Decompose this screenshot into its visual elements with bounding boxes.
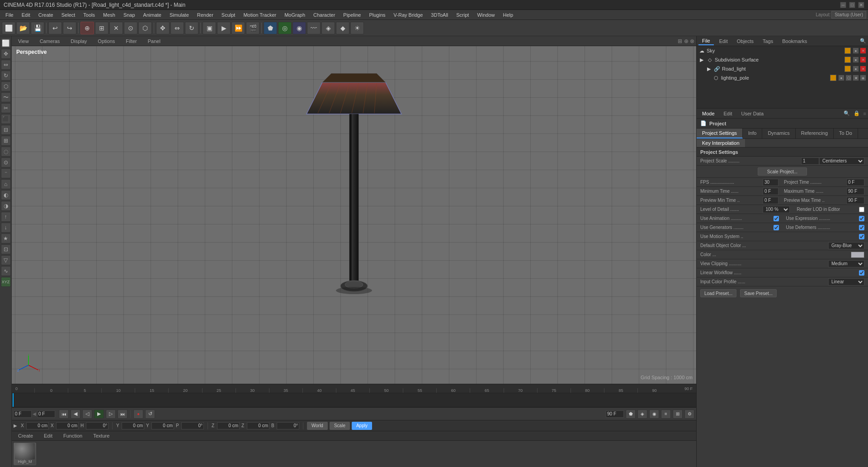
menu-3dtoall[interactable]: 3DToAll <box>427 11 452 19</box>
btn-play-back[interactable]: ◁ <box>82 410 92 419</box>
coord-x-input[interactable] <box>26 422 49 429</box>
obj-row-lightpole[interactable]: ⬡ lighting_pole ● ⬡ ★ ◈ <box>697 73 868 82</box>
layout-selector[interactable]: Startup (User) <box>831 11 866 19</box>
lightpole-vis-btn[interactable]: ● <box>838 75 844 81</box>
lt-scale[interactable]: ⇔ <box>1 60 11 70</box>
fps-input[interactable] <box>763 179 778 186</box>
toolbar-open[interactable]: 📂 <box>16 22 30 34</box>
lightpole-tag2-btn[interactable]: ★ <box>853 75 859 81</box>
props-lock-icon[interactable]: 🔒 <box>854 110 860 116</box>
btn-loop[interactable]: ↺ <box>145 410 155 419</box>
om-search-icon[interactable]: 🔍 <box>860 38 866 44</box>
btn-timeline-expand[interactable]: ⊞ <box>673 410 683 419</box>
sky-del-btn[interactable]: ✕ <box>860 48 866 54</box>
coord-z2-input[interactable] <box>247 422 269 429</box>
linear-workflow-checkbox[interactable] <box>859 270 864 276</box>
lt-weld[interactable]: ⊙ <box>1 157 11 167</box>
toolbar-edge-mode[interactable]: ⊙ <box>124 22 137 34</box>
subdiv-del-btn[interactable]: ✕ <box>860 57 866 63</box>
lt-extrude[interactable]: ⬛ <box>1 114 11 124</box>
toolbar-rotate[interactable]: ↻ <box>185 22 198 34</box>
menu-mograph[interactable]: MoGraph <box>281 11 309 19</box>
btn-play[interactable]: ▶ <box>94 410 104 419</box>
sub-tab-key-interp[interactable]: Key Interpolation <box>697 139 745 147</box>
btn-timeline-view[interactable]: ◉ <box>649 410 659 419</box>
lt-magnet[interactable]: ⁻ <box>1 168 11 178</box>
proj-tab-info[interactable]: Info <box>743 129 762 138</box>
lt-rotate[interactable]: ↻ <box>1 71 11 81</box>
obj-row-subdiv[interactable]: ▶ ◇ Subdivision Surface ● ✕ <box>697 55 868 64</box>
menu-animate[interactable]: Animate <box>140 11 165 19</box>
btn-fwd-end[interactable]: ⏭ <box>118 410 127 419</box>
lt-spline[interactable]: 〜 <box>1 92 11 102</box>
btn-step-fwd[interactable]: ▷ <box>106 410 116 419</box>
lt-paint[interactable]: ◐ <box>1 190 11 200</box>
toolbar-undo[interactable]: ↩ <box>48 22 62 34</box>
use-expression-checkbox[interactable] <box>859 216 864 221</box>
menu-edit[interactable]: Edit <box>18 11 34 19</box>
vp-tab-filter[interactable]: Filter <box>121 38 141 45</box>
menu-snap[interactable]: Snap <box>120 11 139 19</box>
toolbar-new[interactable]: ⬜ <box>2 22 15 34</box>
menu-tools[interactable]: Tools <box>80 11 99 19</box>
scale-btn[interactable]: Scale <box>330 422 350 430</box>
obj-row-sky[interactable]: ☁ Sky ● ✕ <box>697 46 868 55</box>
vp-tab-display[interactable]: Display <box>66 38 91 45</box>
sky-vis-btn[interactable]: ● <box>853 48 859 54</box>
toolbar-render-picture[interactable]: 🎬 <box>246 22 259 34</box>
start-frame-input[interactable] <box>37 410 55 418</box>
close-btn[interactable]: ✕ <box>858 2 864 8</box>
toolbar-point-mode[interactable]: ✕ <box>109 22 123 34</box>
project-scale-input[interactable] <box>801 157 819 165</box>
color-swatch[interactable] <box>851 252 864 258</box>
lt-brush[interactable]: ⌂ <box>1 179 11 189</box>
menu-character[interactable]: Character <box>310 11 339 19</box>
menu-create[interactable]: Create <box>35 11 57 19</box>
props-search-icon[interactable]: 🔍 <box>844 110 850 116</box>
coord-y2-input[interactable] <box>151 422 174 429</box>
maximize-btn[interactable]: □ <box>849 2 855 8</box>
btn-timeline-settings[interactable]: ⚙ <box>684 410 694 419</box>
lt-measure[interactable]: ∿ <box>1 266 11 276</box>
menu-pipeline[interactable]: Pipeline <box>340 11 364 19</box>
project-scale-unit-select[interactable]: Centimeters Meters Inches <box>819 157 864 165</box>
save-preset-btn[interactable]: Save Preset... <box>740 289 777 297</box>
toolbar-camera[interactable]: ◎ <box>278 22 292 34</box>
use-deformers-checkbox[interactable] <box>859 225 864 230</box>
load-preset-btn[interactable]: Load Preset... <box>700 289 736 297</box>
vp-tab-options[interactable]: Options <box>93 38 119 45</box>
menu-sculpt[interactable]: Sculpt <box>218 11 239 19</box>
lt-loop[interactable]: ⊟ <box>1 125 11 135</box>
timeline-playhead[interactable] <box>13 393 14 407</box>
roadlight-vis-btn[interactable]: ● <box>853 66 859 72</box>
lt-pin[interactable]: ★ <box>1 234 11 243</box>
toolbar-spline[interactable]: 〰 <box>307 22 321 34</box>
use-animation-checkbox[interactable] <box>774 216 779 221</box>
menu-vray[interactable]: V-Ray Bridge <box>390 11 427 19</box>
lt-dissolve[interactable]: ◌ <box>1 147 11 157</box>
proj-tab-settings[interactable]: Project Settings <box>697 129 743 138</box>
menu-script[interactable]: Script <box>453 11 472 19</box>
coord-x2-input[interactable] <box>56 422 79 429</box>
props-tab-edit[interactable]: Edit <box>720 110 736 117</box>
vp-tab-view[interactable]: View <box>14 38 33 45</box>
timeline-track[interactable] <box>12 393 696 407</box>
bp-tab-texture[interactable]: Texture <box>89 432 114 439</box>
preview-max-input[interactable] <box>846 197 864 204</box>
subdiv-color[interactable] <box>844 57 851 63</box>
bp-tab-edit[interactable]: Edit <box>39 432 57 439</box>
lt-bridge[interactable]: ⊞ <box>1 136 11 146</box>
om-tab-bookmarks[interactable]: Bookmarks <box>778 38 811 45</box>
lt-fill[interactable]: ▽ <box>1 255 11 265</box>
obj-row-roadlight[interactable]: ▶ 🔗 Road_light ● ✕ <box>697 64 868 73</box>
btn-key-mode[interactable]: ◈ <box>637 410 647 419</box>
toolbar-null[interactable]: ◉ <box>292 22 306 34</box>
use-motion-checkbox[interactable] <box>859 234 864 239</box>
apply-btn[interactable]: Apply <box>352 422 372 430</box>
coord-z-input[interactable] <box>217 422 240 429</box>
om-tab-tags[interactable]: Tags <box>759 38 777 45</box>
render-lod-checkbox[interactable] <box>859 207 864 212</box>
toolbar-dynamics[interactable]: ☀ <box>350 22 364 34</box>
subdiv-vis-btn[interactable]: ● <box>853 57 859 63</box>
toolbar-redo[interactable]: ↪ <box>63 22 76 34</box>
